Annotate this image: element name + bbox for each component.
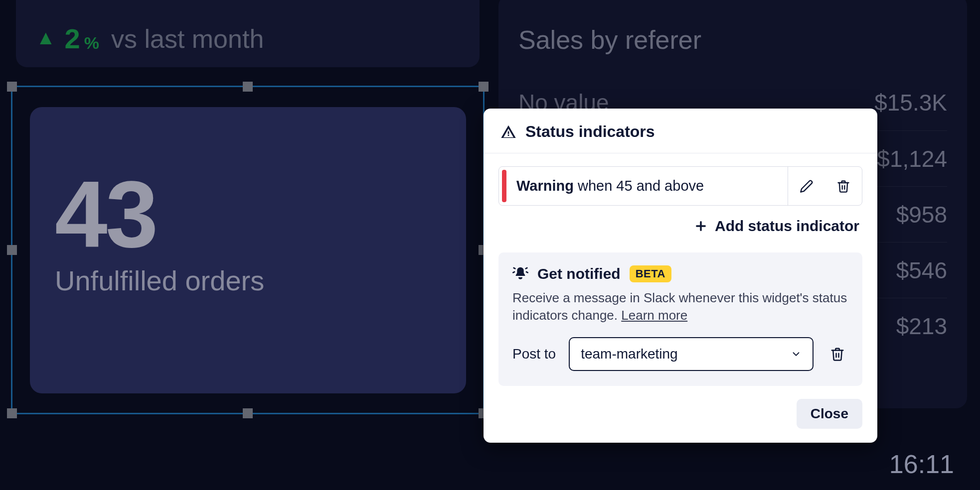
orders-label: Unfulfilled orders bbox=[55, 264, 436, 297]
sales-row-value: $213 bbox=[896, 313, 947, 340]
edit-rule-button[interactable] bbox=[788, 167, 825, 205]
post-to-label: Post to bbox=[512, 346, 556, 362]
notify-head: Get notified BETA bbox=[512, 265, 848, 282]
resize-handle-top-middle[interactable] bbox=[243, 82, 253, 92]
warning-icon bbox=[500, 124, 516, 140]
pencil-icon bbox=[800, 179, 814, 193]
rule-text: Warning when 45 and above bbox=[506, 167, 788, 205]
clock: 16:11 bbox=[889, 449, 954, 479]
chevron-down-icon bbox=[791, 349, 802, 360]
change-card: ▲ 2 % vs last month bbox=[16, 0, 480, 67]
status-indicators-popup: Status indicators Warning when 45 and ab… bbox=[484, 109, 877, 443]
add-status-indicator-button[interactable]: Add status indicator bbox=[498, 206, 862, 247]
beta-badge: BETA bbox=[630, 265, 671, 282]
notify-box: Get notified BETA Receive a message in S… bbox=[498, 252, 862, 386]
plus-icon bbox=[694, 219, 708, 233]
sales-row-value: $546 bbox=[896, 257, 947, 284]
bell-icon bbox=[512, 266, 528, 282]
learn-more-link[interactable]: Learn more bbox=[621, 308, 687, 323]
change-value: 2 bbox=[65, 22, 80, 55]
resize-handle-top-left[interactable] bbox=[7, 82, 17, 92]
resize-handle-bottom-middle[interactable] bbox=[243, 408, 253, 418]
post-to-row: Post to team-marketing bbox=[512, 337, 848, 371]
popup-header: Status indicators bbox=[484, 109, 877, 153]
popup-title: Status indicators bbox=[525, 122, 655, 141]
close-button[interactable]: Close bbox=[797, 399, 862, 429]
resize-handle-bottom-left[interactable] bbox=[7, 408, 17, 418]
status-rule-row: Warning when 45 and above bbox=[498, 166, 862, 206]
change-pct-suffix: % bbox=[84, 33, 99, 53]
notify-description: Receive a message in Slack whenever this… bbox=[512, 289, 848, 324]
close-button-label: Close bbox=[811, 406, 848, 421]
delete-channel-button[interactable] bbox=[826, 347, 848, 362]
sales-row-value: $1,124 bbox=[877, 145, 947, 172]
sales-row-value: $958 bbox=[896, 201, 947, 228]
orders-card[interactable]: 43 Unfulfilled orders bbox=[30, 107, 466, 393]
popup-footer: Close bbox=[484, 396, 877, 443]
orders-value: 43 bbox=[55, 167, 436, 261]
rule-severity-bar bbox=[502, 170, 506, 202]
delete-rule-button[interactable] bbox=[825, 167, 862, 205]
popup-body: Warning when 45 and above Add sta bbox=[484, 153, 877, 252]
rule-actions bbox=[788, 167, 862, 205]
trash-icon bbox=[836, 179, 850, 193]
channel-select-value: team-marketing bbox=[581, 346, 678, 362]
trash-icon bbox=[830, 347, 845, 362]
sales-title: Sales by referer bbox=[518, 25, 947, 55]
trend-up-icon: ▲ bbox=[36, 27, 56, 47]
resize-handle-top-right[interactable] bbox=[479, 82, 489, 92]
change-label: vs last month bbox=[111, 24, 264, 54]
add-status-indicator-label: Add status indicator bbox=[715, 218, 859, 235]
rule-condition-rest: when 45 and above bbox=[574, 178, 704, 194]
notify-title: Get notified bbox=[537, 265, 621, 282]
channel-select[interactable]: team-marketing bbox=[569, 337, 814, 371]
resize-handle-middle-left[interactable] bbox=[7, 245, 17, 255]
rule-condition-label: Warning bbox=[516, 178, 574, 194]
sales-row-value: $15.3K bbox=[874, 89, 947, 116]
